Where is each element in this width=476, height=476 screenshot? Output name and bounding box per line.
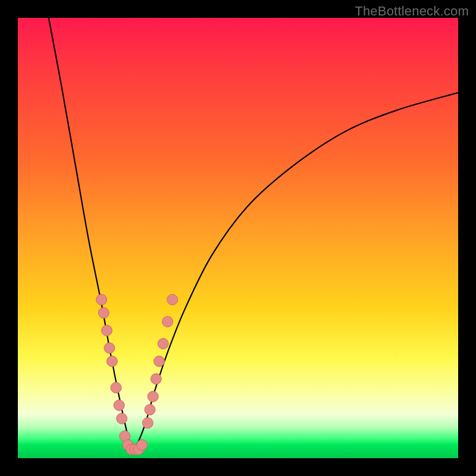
- data-marker: [154, 356, 165, 367]
- data-marker: [137, 440, 148, 450]
- chart-container: TheBottleneck.com: [0, 0, 476, 476]
- data-marker: [142, 418, 153, 428]
- data-marker: [162, 317, 173, 327]
- plot-area: [18, 18, 458, 458]
- data-marker: [114, 400, 124, 411]
- data-marker: [145, 405, 155, 415]
- data-marker: [96, 295, 107, 305]
- data-marker: [98, 308, 109, 318]
- data-marker: [111, 383, 121, 393]
- source-attribution: TheBottleneck.com: [355, 4, 469, 19]
- bottleneck-curve: [49, 18, 458, 450]
- marker-group: [96, 295, 178, 455]
- data-marker: [158, 339, 168, 349]
- data-marker: [104, 343, 115, 353]
- data-marker: [151, 374, 161, 384]
- chart-svg: [18, 18, 458, 458]
- data-marker: [167, 295, 178, 305]
- data-marker: [107, 356, 117, 367]
- data-marker: [117, 413, 127, 424]
- data-marker: [148, 391, 158, 402]
- data-marker: [101, 325, 112, 336]
